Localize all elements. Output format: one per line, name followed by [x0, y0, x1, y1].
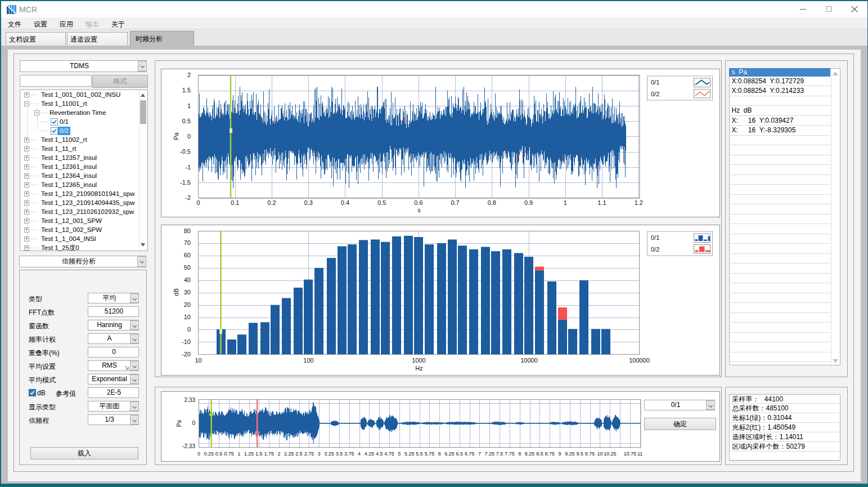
svg-text:5.25: 5.25 — [404, 451, 415, 457]
svg-text:4.5: 4.5 — [376, 451, 383, 457]
svg-text:0.5: 0.5 — [377, 199, 386, 206]
svg-text:8.5: 8.5 — [536, 451, 543, 457]
svg-text:2.33: 2.33 — [185, 397, 196, 403]
svg-text:Pa: Pa — [173, 132, 179, 140]
svg-text:0.4: 0.4 — [341, 199, 349, 206]
svg-text:100000: 100000 — [629, 357, 650, 364]
svg-text:10: 10 — [184, 314, 191, 320]
svg-text:9.5: 9.5 — [577, 451, 584, 457]
svg-text:2.5: 2.5 — [295, 451, 303, 457]
svg-text:8.25: 8.25 — [525, 451, 535, 457]
svg-text:10.25: 10.25 — [604, 451, 617, 457]
svg-text:40: 40 — [184, 276, 191, 283]
svg-text:1: 1 — [237, 451, 240, 457]
svg-text:20: 20 — [184, 301, 191, 308]
svg-text:0.5: 0.5 — [182, 118, 191, 124]
svg-text:0: 0 — [187, 326, 191, 333]
svg-text:4.75: 4.75 — [384, 451, 394, 457]
svg-text:2.25: 2.25 — [284, 451, 294, 457]
svg-text:60: 60 — [184, 252, 191, 258]
svg-text:0: 0 — [196, 199, 200, 206]
svg-text:Hz: Hz — [415, 365, 422, 372]
svg-text:30: 30 — [184, 289, 191, 296]
svg-text:0.75: 0.75 — [224, 451, 234, 457]
svg-text:3.5: 3.5 — [336, 451, 343, 457]
svg-text:0/1: 0/1 — [651, 234, 659, 241]
svg-text:4.25: 4.25 — [365, 451, 375, 457]
svg-text:0.7: 0.7 — [451, 199, 459, 206]
svg-text:1.5: 1.5 — [182, 87, 191, 93]
svg-text:5.75: 5.75 — [425, 451, 435, 457]
svg-text:0: 0 — [187, 133, 191, 140]
svg-text:1.5: 1.5 — [255, 451, 263, 457]
svg-text:s: s — [417, 207, 421, 213]
svg-text:-2.33: -2.33 — [182, 443, 195, 449]
svg-text:9: 9 — [559, 451, 561, 457]
svg-text:-2: -2 — [185, 194, 191, 201]
svg-text:1.2: 1.2 — [635, 199, 643, 206]
svg-text:0.5: 0.5 — [215, 451, 223, 457]
svg-text:70: 70 — [184, 239, 191, 246]
svg-text:2: 2 — [277, 451, 280, 457]
svg-text:6.75: 6.75 — [465, 451, 475, 457]
svg-text:50: 50 — [184, 264, 191, 271]
svg-text:10: 10 — [195, 357, 201, 364]
svg-text:0.2: 0.2 — [267, 199, 276, 206]
svg-text:11: 11 — [637, 451, 642, 457]
svg-text:7.5: 7.5 — [496, 451, 503, 457]
svg-text:6.25: 6.25 — [444, 451, 455, 457]
svg-text:6: 6 — [438, 451, 441, 457]
svg-text:10: 10 — [597, 451, 602, 457]
svg-text:4: 4 — [358, 451, 361, 457]
svg-text:0.25: 0.25 — [204, 451, 214, 457]
svg-text:0/1: 0/1 — [651, 79, 659, 86]
svg-text:1.1: 1.1 — [597, 199, 606, 206]
svg-text:5: 5 — [398, 451, 401, 457]
svg-text:7.75: 7.75 — [505, 451, 515, 457]
svg-text:0.8: 0.8 — [488, 199, 496, 206]
svg-text:dB: dB — [173, 288, 179, 296]
svg-text:Pa: Pa — [176, 419, 182, 427]
svg-text:-0.5: -0.5 — [180, 148, 191, 155]
svg-text:3.75: 3.75 — [344, 451, 354, 457]
svg-text:2: 2 — [187, 72, 191, 78]
svg-text:3: 3 — [318, 451, 321, 457]
svg-text:0.6: 0.6 — [414, 199, 422, 206]
svg-text:6.5: 6.5 — [456, 451, 464, 457]
svg-text:0.9: 0.9 — [524, 199, 533, 206]
svg-text:0.1: 0.1 — [231, 199, 239, 206]
svg-text:0.3: 0.3 — [304, 199, 313, 206]
svg-text:7.25: 7.25 — [485, 451, 495, 457]
svg-text:-10: -10 — [182, 338, 191, 345]
svg-text:1: 1 — [187, 102, 191, 109]
svg-text:8: 8 — [518, 451, 521, 457]
svg-text:1.75: 1.75 — [264, 451, 274, 457]
svg-text:9.75: 9.75 — [585, 451, 595, 457]
svg-text:-20: -20 — [182, 351, 191, 358]
svg-text:-1: -1 — [185, 164, 191, 171]
svg-text:0: 0 — [192, 420, 195, 426]
svg-text:1000: 1000 — [412, 357, 425, 364]
svg-text:9.25: 9.25 — [565, 451, 575, 457]
svg-text:100: 100 — [303, 357, 313, 364]
svg-text:5.5: 5.5 — [416, 451, 423, 457]
svg-text:0: 0 — [197, 451, 200, 457]
svg-text:0/2: 0/2 — [651, 246, 659, 253]
svg-text:1.25: 1.25 — [244, 451, 254, 457]
svg-text:-1.5: -1.5 — [180, 179, 191, 186]
svg-text:7: 7 — [478, 451, 481, 457]
svg-text:1: 1 — [564, 199, 567, 206]
svg-text:0/2: 0/2 — [651, 91, 659, 97]
svg-text:3.25: 3.25 — [324, 451, 334, 457]
svg-text:2.75: 2.75 — [304, 451, 314, 457]
svg-text:8.75: 8.75 — [545, 451, 555, 457]
svg-text:10.75: 10.75 — [624, 451, 637, 457]
svg-text:10000: 10000 — [520, 357, 538, 364]
svg-text:80: 80 — [184, 227, 191, 234]
